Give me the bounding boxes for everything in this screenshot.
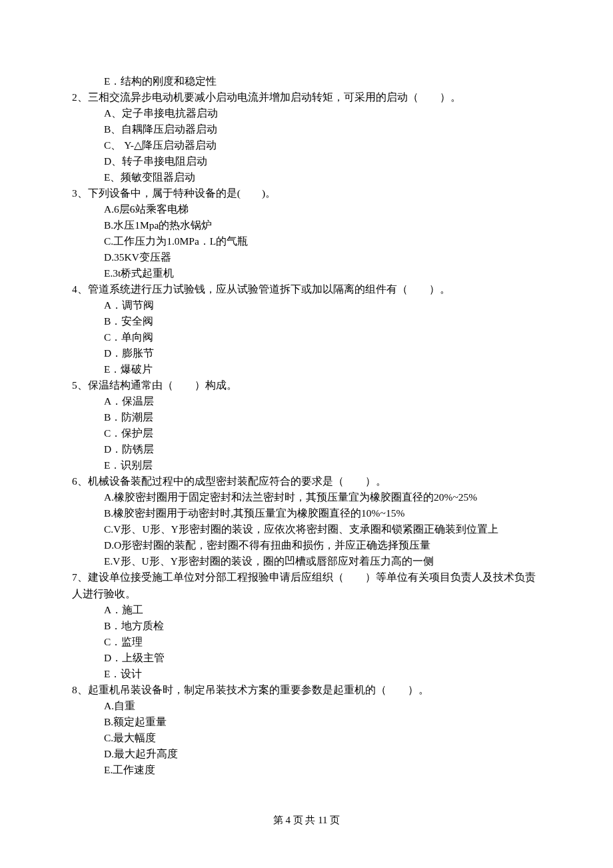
q8-option-b: B.额定起重量: [104, 714, 541, 730]
q6-option-a: A.橡胶密封圈用于固定密封和法兰密封时，其预压量宜为橡胶圈直径的20%~25%: [104, 489, 541, 505]
q7-option-c: C．监理: [104, 634, 541, 650]
q6-option-b: B.橡胶密封圈用于动密封时,其预压量宜为橡胶圈直径的10%~15%: [104, 505, 541, 521]
q6-option-d: D.O形密封圈的装配，密封圈不得有扭曲和损伤，并应正确选择预压量: [104, 537, 541, 553]
q7-option-e: E．设计: [104, 666, 541, 682]
q8-option-e: E.工作速度: [104, 762, 541, 778]
q5-stem: 5、保温结构通常由（ ）构成。: [72, 377, 541, 393]
q2-option-b: B、自耦降压启动器启动: [104, 121, 541, 137]
q2-option-a: A、定子串接电抗器启动: [104, 105, 541, 121]
q8-option-c: C.最大幅度: [104, 730, 541, 746]
q3-option-b: B.水压1Mpa的热水锅炉: [104, 217, 541, 233]
q7-option-d: D．上级主管: [104, 650, 541, 666]
q5-option-c: C．保护层: [104, 425, 541, 441]
q4-option-d: D．膨胀节: [104, 345, 541, 361]
q2-stem: 2、三相交流异步电动机要减小启动电流并增加启动转矩，可采用的启动（ ）。: [72, 89, 541, 105]
page: E．结构的刚度和稳定性 2、三相交流异步电动机要减小启动电流并增加启动转矩，可采…: [0, 0, 613, 868]
q6-option-e: E.V形、U形、Y形密封圈的装设，圈的凹槽或唇部应对着压力高的一侧: [104, 553, 541, 569]
q7-option-a: A．施工: [104, 602, 541, 618]
q4-option-e: E．爆破片: [104, 361, 541, 377]
q4-option-a: A．调节阀: [104, 297, 541, 313]
q4-option-c: C．单向阀: [104, 329, 541, 345]
q4-stem: 4、管道系统进行压力试验钱，应从试验管道拆下或加以隔离的组件有（ ）。: [72, 281, 541, 297]
q4-option-b: B．安全阀: [104, 313, 541, 329]
q3-option-a: A.6层6站乘客电梯: [104, 201, 541, 217]
q5-option-a: A．保温层: [104, 393, 541, 409]
q7-option-b: B．地方质检: [104, 618, 541, 634]
q5-option-b: B．防潮层: [104, 409, 541, 425]
q3-option-c: C.工作压力为1.0MPa．L的气瓶: [104, 233, 541, 249]
q8-stem: 8、起重机吊装设备时，制定吊装技术方案的重要参数是起重机的（ ）。: [72, 682, 541, 698]
q8-option-a: A.自重: [104, 698, 541, 714]
q2-option-e: E、频敏变阻器启动: [104, 169, 541, 185]
content: E．结构的刚度和稳定性 2、三相交流异步电动机要减小启动电流并增加启动转矩，可采…: [72, 73, 541, 778]
q8-option-d: D.最大起升高度: [104, 746, 541, 762]
q3-option-d: D.35KV变压器: [104, 249, 541, 265]
q1-option-e: E．结构的刚度和稳定性: [104, 73, 541, 89]
q2-option-d: D、转子串接电阻启动: [104, 153, 541, 169]
q6-stem: 6、机械设备装配过程中的成型密封装配应符合的要求是（ ）。: [72, 473, 541, 489]
page-footer: 第 4 页 共 11 页: [0, 813, 613, 828]
q6-option-c: C.V形、U形、Y形密封圈的装设，应依次将密封圈、支承圈和锁紧圈正确装到位置上: [104, 521, 541, 537]
q5-option-d: D．防锈层: [104, 441, 541, 457]
q7-stem: 7、建设单位接受施工单位对分部工程报验申请后应组织（ ）等单位有关项目负责人及技…: [72, 569, 541, 601]
q3-stem: 3、下列设备中，属于特种设备的是( )。: [72, 185, 541, 201]
q2-option-c: C、 Y-△降压启动器启动: [104, 137, 541, 153]
q3-option-e: E.3t桥式起重机: [104, 265, 541, 281]
q5-option-e: E．识别层: [104, 457, 541, 473]
